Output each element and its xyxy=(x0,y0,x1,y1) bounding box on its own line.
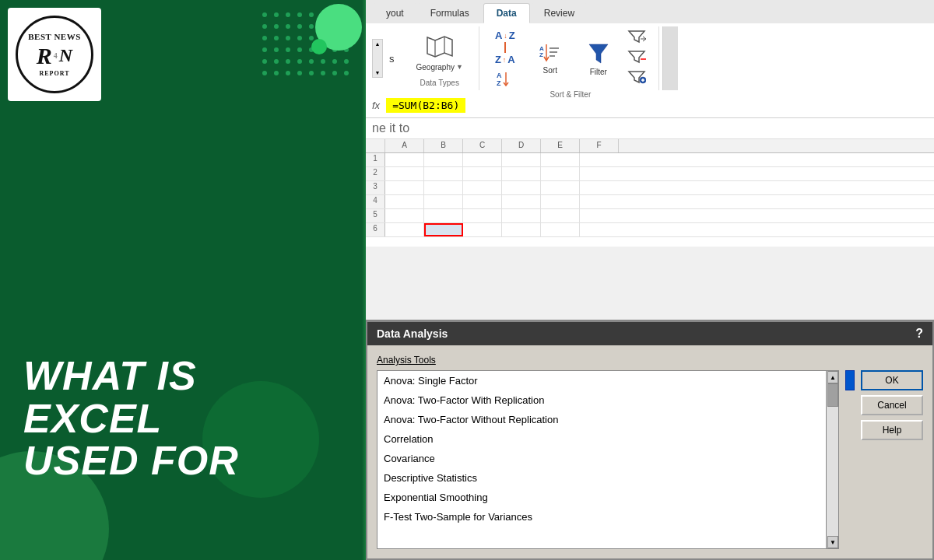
scroll-up-btn[interactable]: ▲ xyxy=(375,41,381,47)
list-item[interactable]: Exponential Smoothing xyxy=(377,488,838,507)
tools-listbox[interactable]: Anova: Single Factor Anova: Two-Factor W… xyxy=(377,370,839,549)
cancel-button[interactable]: Cancel xyxy=(861,395,923,415)
filter-icon-2[interactable] xyxy=(627,50,646,67)
logo-best: BEST NEWS xyxy=(28,32,81,42)
cell-d5[interactable] xyxy=(502,209,541,222)
cell-c5[interactable] xyxy=(463,209,502,222)
scrollbar-up-btn[interactable]: ▲ xyxy=(827,371,838,383)
tools-list: Anova: Single Factor Anova: Two-Factor W… xyxy=(377,371,838,527)
az-sort-group: A ↓ Z Z ↑ A xyxy=(495,30,515,87)
ok-button[interactable]: OK xyxy=(861,370,923,390)
cell-c6[interactable] xyxy=(463,223,502,236)
svg-text:Z: Z xyxy=(539,51,543,58)
cell-e3[interactable] xyxy=(541,181,580,194)
cell-d2[interactable] xyxy=(502,167,541,180)
filter-icon-3[interactable] xyxy=(627,70,646,87)
scroll-container: ▲ ▼ xyxy=(372,39,383,78)
cell-d6[interactable] xyxy=(502,223,541,236)
cell-b5[interactable] xyxy=(424,209,463,222)
ok-blue-accent xyxy=(845,370,855,390)
logo-n: N xyxy=(59,44,72,67)
cell-b1[interactable] xyxy=(424,153,463,166)
cell-e4[interactable] xyxy=(541,195,580,208)
cell-a1[interactable] xyxy=(385,153,424,166)
list-item[interactable]: Anova: Two-Factor With Replication xyxy=(377,390,838,410)
cell-c1[interactable] xyxy=(463,153,502,166)
cell-d1[interactable] xyxy=(502,153,541,166)
scrollbar-thumb[interactable] xyxy=(827,383,838,407)
row-6-header: 6 xyxy=(366,223,385,236)
cell-a2[interactable] xyxy=(385,167,424,180)
map-icon xyxy=(424,33,455,61)
filter-icon xyxy=(587,41,610,66)
scrollbar-down-btn[interactable]: ▼ xyxy=(827,536,838,548)
ribbon-right-edge xyxy=(662,26,678,90)
list-item[interactable]: Anova: Two-Factor Without Replication xyxy=(377,410,838,429)
list-item[interactable]: F-Test Two-Sample for Variances xyxy=(377,507,838,527)
cell-c2[interactable] xyxy=(463,167,502,180)
excel-ribbon: yout Formulas Data Review ▲ ▼ s xyxy=(366,0,934,93)
sort-az-icons: A ↓ Z Z ↑ A xyxy=(495,30,515,65)
logo-box: BEST NEWS R 4 N REPORT xyxy=(8,8,101,101)
sort-icon-full-svg: A Z xyxy=(539,43,562,65)
row-4-header: 4 xyxy=(366,195,385,208)
cell-a3[interactable] xyxy=(385,181,424,194)
cell-b2[interactable] xyxy=(424,167,463,180)
filter-icon-1-svg xyxy=(627,30,646,44)
list-item[interactable]: Anova: Single Factor xyxy=(377,371,838,390)
dialog-question-mark[interactable]: ? xyxy=(915,327,923,341)
sort-za-icon: Z ↑ A xyxy=(495,54,515,65)
sort-icon-full: A Z xyxy=(497,70,514,87)
col-f-header: F xyxy=(580,139,619,152)
svg-text:Z: Z xyxy=(497,79,501,87)
ribbon-tab-bar: yout Formulas Data Review xyxy=(366,0,934,23)
partial-tab-label: s xyxy=(389,26,398,90)
row-3-header: 3 xyxy=(366,181,385,194)
filter-icon-3-svg xyxy=(627,70,646,84)
geography-button[interactable]: Geography ▼ xyxy=(413,30,466,75)
list-item[interactable]: Descriptive Statistics xyxy=(377,468,838,488)
sort-icon-svg: A Z xyxy=(497,70,514,87)
tab-formulas[interactable]: Formulas xyxy=(418,3,482,23)
dropdown-arrow[interactable]: ▼ xyxy=(456,63,463,71)
filter-button[interactable]: Filter xyxy=(579,38,618,79)
cell-e5[interactable] xyxy=(541,209,580,222)
tab-review[interactable]: Review xyxy=(532,3,587,23)
grid-row-1: 1 xyxy=(366,153,934,167)
cell-c3[interactable] xyxy=(463,181,502,194)
scroll-down-btn[interactable]: ▼ xyxy=(375,70,381,75)
cell-e2[interactable] xyxy=(541,167,580,180)
tab-data[interactable]: Data xyxy=(483,3,530,23)
cell-a5[interactable] xyxy=(385,209,424,222)
cell-b6[interactable] xyxy=(424,223,463,236)
bright-circle-small xyxy=(311,39,327,54)
help-button[interactable]: Help xyxy=(861,420,923,440)
cell-b3[interactable] xyxy=(424,181,463,194)
data-analysis-dialog: Data Analysis ? Analysis Tools Anova: Si… xyxy=(366,320,934,560)
cell-c4[interactable] xyxy=(463,195,502,208)
listbox-scrollbar[interactable]: ▲ ▼ xyxy=(826,371,838,548)
formula-text[interactable]: =SUM(B2:B6) xyxy=(386,98,465,113)
svg-marker-11 xyxy=(589,44,608,63)
tab-layout[interactable]: yout xyxy=(374,3,416,23)
grid-row-5: 5 xyxy=(366,209,934,223)
col-b-header: B xyxy=(424,139,463,152)
sort-button[interactable]: A Z Sort xyxy=(531,40,570,78)
svg-marker-12 xyxy=(629,31,644,42)
extra-filter-icons xyxy=(627,30,646,87)
col-c-header: C xyxy=(463,139,502,152)
left-panel: BEST NEWS R 4 N REPORT WHAT IS EXCEL USE… xyxy=(0,0,366,560)
cell-d3[interactable] xyxy=(502,181,541,194)
list-item[interactable]: Correlation xyxy=(377,429,838,449)
cell-e1[interactable] xyxy=(541,153,580,166)
headline-line1: WHAT IS xyxy=(23,355,350,397)
column-header-row: A B C D E F xyxy=(366,139,934,153)
cell-a6[interactable] xyxy=(385,223,424,236)
list-item[interactable]: Covariance xyxy=(377,449,838,468)
cell-d4[interactable] xyxy=(502,195,541,208)
filter-icon-1[interactable] xyxy=(627,30,646,47)
cell-e6[interactable] xyxy=(541,223,580,236)
cell-b4[interactable] xyxy=(424,195,463,208)
headline-line2: EXCEL xyxy=(23,397,350,440)
cell-a4[interactable] xyxy=(385,195,424,208)
